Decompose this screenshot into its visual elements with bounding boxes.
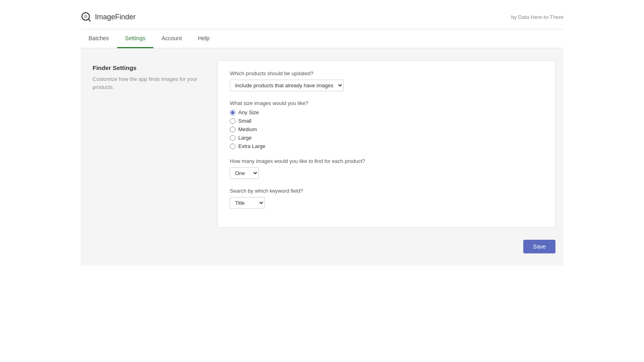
save-button[interactable]: Save	[523, 240, 555, 253]
radio-large-label: Large	[238, 135, 252, 141]
radio-extra-large[interactable]: Extra Large	[230, 143, 543, 149]
left-panel-title: Finder Settings	[93, 64, 209, 71]
image-size-label: What size images would you like?	[230, 100, 543, 106]
tab-batches[interactable]: Batches	[80, 29, 117, 48]
radio-medium-label: Medium	[238, 126, 257, 132]
image-size-group: What size images would you like? Any Siz…	[230, 100, 543, 149]
radio-any-size-label: Any Size	[238, 109, 259, 115]
products-select[interactable]: Include products that already have image…	[230, 80, 344, 91]
count-group: How many images would you like to find f…	[230, 158, 543, 179]
tab-account[interactable]: Account	[153, 29, 190, 48]
count-select[interactable]: One Two Three Four Five	[230, 167, 259, 179]
radio-large[interactable]: Large	[230, 135, 543, 141]
radio-large-input[interactable]	[230, 135, 235, 141]
radio-small[interactable]: Small	[230, 118, 543, 124]
svg-point-2	[84, 15, 87, 18]
radio-extra-large-input[interactable]	[230, 144, 235, 149]
radio-small-label: Small	[238, 118, 252, 124]
header-byline: by Data Here-to-There	[511, 14, 564, 20]
logo-area: ImageFinder	[80, 11, 136, 23]
logo-title: ImageFinder	[95, 13, 136, 21]
radio-medium[interactable]: Medium	[230, 126, 543, 132]
keyword-label: Search by which keyword field?	[230, 188, 543, 194]
count-label: How many images would you like to find f…	[230, 158, 543, 164]
left-panel-desc: Customize how the app finds images for y…	[93, 75, 209, 91]
tab-settings[interactable]: Settings	[117, 29, 154, 48]
main-content: Finder Settings Customize how the app fi…	[80, 48, 564, 240]
radio-extra-large-label: Extra Large	[238, 143, 265, 149]
header: ImageFinder by Data Here-to-There	[80, 0, 564, 29]
search-icon	[80, 11, 92, 23]
keyword-select[interactable]: Title SKU Barcode	[230, 197, 265, 209]
radio-small-input[interactable]	[230, 118, 235, 124]
left-panel: Finder Settings Customize how the app fi…	[89, 60, 217, 228]
products-label: Which products should be updated?	[230, 70, 543, 76]
tab-help[interactable]: Help	[190, 29, 218, 48]
svg-line-1	[88, 19, 90, 21]
nav-tabs: Batches Settings Account Help	[80, 29, 564, 48]
right-panel: Which products should be updated? Includ…	[217, 60, 555, 228]
radio-medium-input[interactable]	[230, 127, 235, 132]
footer-area: Save	[80, 240, 564, 265]
radio-any-size-input[interactable]	[230, 110, 235, 115]
products-group: Which products should be updated? Includ…	[230, 70, 543, 91]
keyword-group: Search by which keyword field? Title SKU…	[230, 188, 543, 209]
image-size-radio-group: Any Size Small Medium Large	[230, 109, 543, 149]
content-block: Finder Settings Customize how the app fi…	[80, 48, 564, 265]
radio-any-size[interactable]: Any Size	[230, 109, 543, 115]
